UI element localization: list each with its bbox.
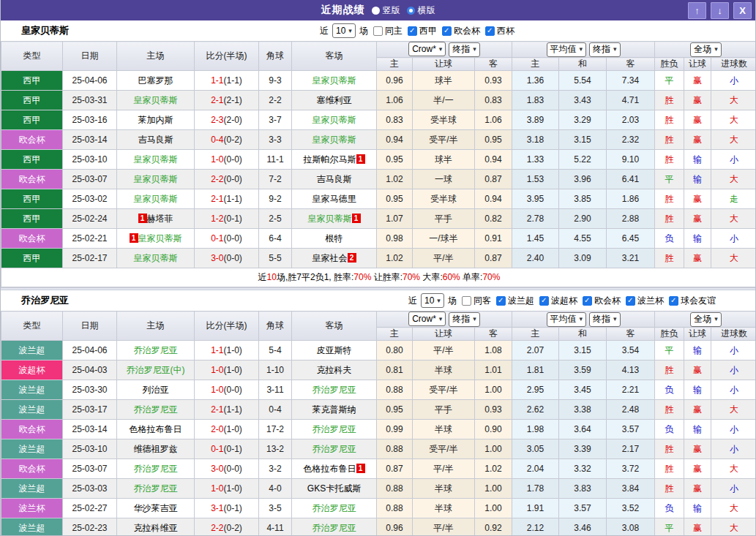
league-checkbox[interactable]: [442, 26, 452, 36]
result-cell: 平: [655, 71, 684, 91]
radio-checked-icon[interactable]: [407, 7, 415, 15]
recent-results-window: 近期战绩 竖版 横版 ↑ ↓ X 皇家贝蒂斯 近10▾场同主西甲欧会杯西杯 类型…: [0, 0, 756, 536]
half-time-score: (1-0): [224, 365, 242, 375]
odds-source-select[interactable]: 终指▾: [589, 42, 621, 57]
home-team: 乔治罗尼亚: [117, 459, 195, 479]
corners-cell: 7-2: [259, 170, 292, 189]
handicap-result-cell: 赢: [684, 249, 711, 268]
corners-cell: 5-5: [259, 249, 292, 268]
match-row: 波兰杯25-02-27华沙莱吉亚3-1(0-1)3-5乔治罗尼亚0.88半球1.…: [1, 499, 756, 518]
odds-cell: 3.57: [607, 420, 655, 439]
column-header: 主场: [117, 312, 195, 341]
odds-cell: 1.33: [512, 150, 559, 170]
odds-cell: 1.08: [475, 341, 512, 361]
league-checkbox[interactable]: [408, 26, 417, 36]
odds-cell: 一球: [413, 170, 475, 189]
recent-count-select[interactable]: 10▾: [421, 293, 444, 308]
result-cell: 负: [655, 499, 684, 518]
same-venue-checkbox[interactable]: [373, 26, 383, 36]
league-checkbox[interactable]: [539, 296, 549, 306]
scroll-down-button[interactable]: ↓: [711, 2, 729, 19]
full-time-score: 2-1: [211, 95, 223, 105]
league-checkbox[interactable]: [485, 26, 495, 36]
away-team: 吉马良斯: [292, 170, 377, 189]
odds-cell: 2.78: [512, 209, 559, 229]
odds-cell: 4.55: [559, 229, 607, 249]
odds-source-select[interactable]: 终指▾: [449, 312, 480, 327]
odds-cell: 1.06: [377, 91, 413, 110]
half-time-score: (0-1): [224, 214, 242, 224]
odds-source-select[interactable]: Crow*▾: [408, 42, 446, 56]
score-cell: 3-0(0-0): [195, 249, 259, 268]
half-time-score: (0-0): [224, 464, 242, 474]
league-label: 西杯: [496, 25, 515, 37]
column-subheader: 让球: [413, 58, 475, 71]
odds-cell: 3.39: [559, 439, 607, 459]
odds-source-select[interactable]: 全场▾: [690, 42, 722, 57]
odds-cell: 0.88: [377, 380, 413, 400]
home-team: 维德祖罗兹: [117, 439, 195, 459]
team-bar: 乔治罗尼亚 近10▾场同客波兰超波超杯欧会杯波兰杯球会友谊: [1, 290, 755, 311]
result-cell: 平: [655, 518, 684, 536]
league-checkbox[interactable]: [626, 296, 635, 306]
odds-cell: 平/半: [413, 459, 475, 479]
league-label: 欧会杯: [594, 295, 621, 307]
odds-cell: 0.87: [475, 249, 512, 268]
score-cell: 1-1(1-0): [195, 341, 259, 361]
scroll-up-button[interactable]: ↑: [688, 2, 706, 19]
full-time-score: 2-1: [211, 194, 223, 204]
odds-source-select[interactable]: 终指▾: [449, 42, 480, 57]
recent-count-select[interactable]: 10▾: [332, 23, 356, 38]
match-date: 25-02-27: [63, 499, 117, 518]
odds-source-select[interactable]: 终指▾: [589, 312, 621, 327]
column-subheader: 客: [475, 58, 512, 71]
match-date: 25-03-31: [63, 91, 117, 110]
odds-source-select[interactable]: Crow*▾: [408, 312, 446, 326]
layout-radio-vertical[interactable]: 竖版: [372, 4, 400, 17]
odds-cell: 6.45: [607, 229, 655, 249]
corners-cell: 0-4: [259, 400, 292, 420]
odds-source-select[interactable]: 全场▾: [690, 312, 722, 327]
league-type-cell: 波兰超: [1, 518, 63, 536]
odds-cell: 0.94: [377, 130, 413, 150]
select-value: 10: [424, 295, 434, 306]
column-header: 客场: [292, 42, 377, 71]
same-venue-checkbox[interactable]: [462, 296, 471, 306]
odds-cell: 1.06: [475, 110, 512, 130]
full-time-score: 3-0: [211, 464, 223, 474]
odds-source-select[interactable]: 平均值▾: [547, 42, 587, 57]
odds-cell: 3.96: [559, 170, 607, 189]
radio-unchecked-icon[interactable]: [372, 7, 380, 15]
league-checkbox[interactable]: [583, 296, 592, 306]
result-cell: 负: [655, 229, 684, 249]
league-type-cell: 欧会杯: [1, 229, 63, 249]
score-cell: 2-2(0-2): [195, 518, 259, 536]
layout-radio-horizontal[interactable]: 横版: [407, 4, 435, 17]
odds-source-select[interactable]: 平均值▾: [547, 312, 587, 327]
column-header: 比分(半场): [195, 312, 259, 341]
team-text: 乔治罗尼亚: [312, 523, 356, 533]
column-subheader: 让球: [684, 328, 711, 341]
half-time-score: (1-1): [224, 75, 242, 86]
column-header: 角球: [259, 312, 292, 341]
summary-row: 近10场,胜7平2负1, 胜率:70% 让胜率:70% 大率:60% 单率:70…: [1, 268, 756, 287]
result-cell: 负: [655, 420, 684, 439]
result-cell: 胜: [655, 110, 684, 130]
match-filter: 近10▾场同客波兰超波超杯欧会杯波兰杯球会友谊: [408, 290, 716, 311]
score-cell: 2-3(2-0): [195, 110, 259, 130]
chevron-down-icon: ▾: [580, 46, 583, 53]
league-checkbox[interactable]: [496, 296, 506, 306]
league-checkbox[interactable]: [669, 296, 678, 306]
team-text: 色格拉布鲁日: [130, 424, 182, 434]
odds-cell: 0.95: [377, 189, 413, 209]
odds-cell: 3.09: [559, 249, 607, 268]
column-header: 日期: [63, 312, 117, 341]
close-button[interactable]: X: [733, 2, 752, 19]
home-team: 华沙莱吉亚: [117, 499, 195, 518]
rank-badge: 1: [130, 233, 138, 243]
team-text: 巴塞罗那: [138, 75, 173, 86]
odds-cell: 受半球: [413, 110, 475, 130]
full-time-score: 3-0: [211, 253, 223, 263]
goals-result-cell: 大: [711, 249, 756, 268]
result-cell: 胜: [655, 459, 684, 479]
